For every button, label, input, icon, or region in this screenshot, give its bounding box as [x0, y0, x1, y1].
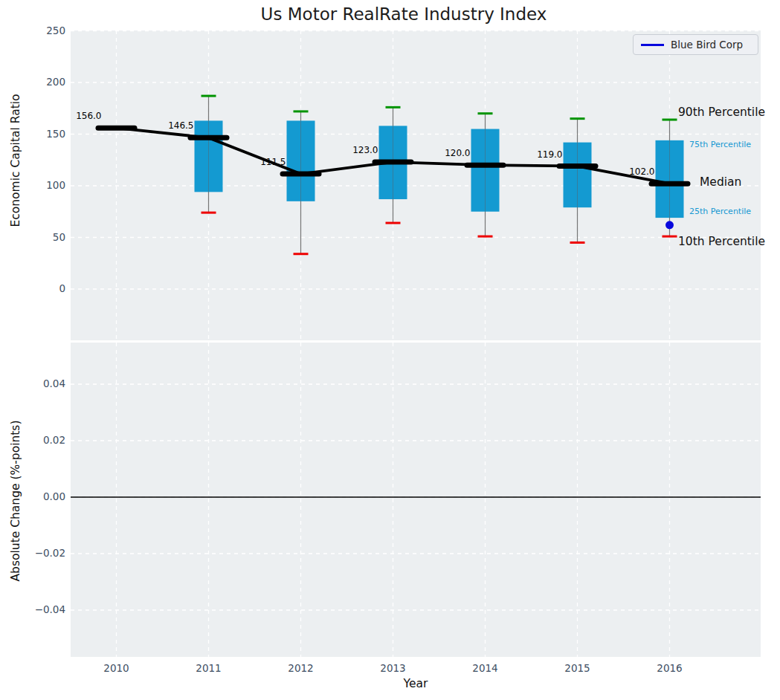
- y-tick-top-0: 0: [28, 282, 65, 294]
- median-value-label-2015: 119.0: [537, 149, 562, 160]
- median-marker-2015: [557, 163, 599, 169]
- x-tick-2010: 2010: [94, 662, 139, 674]
- legend: Blue Bird Corp: [633, 34, 758, 55]
- y-tick-top-50: 50: [28, 231, 65, 243]
- annotation-median: Median: [700, 175, 741, 189]
- x-tick-2013: 2013: [371, 662, 416, 674]
- x-tick-2016: 2016: [648, 662, 692, 674]
- annotation-25th-percentile: 25th Percentile: [689, 207, 751, 216]
- median-marker-2014: [465, 163, 506, 168]
- median-marker-2011: [188, 135, 230, 140]
- y-tick-top-200: 200: [28, 76, 65, 88]
- x-tick-2012: 2012: [279, 662, 323, 674]
- x-tick-2015: 2015: [555, 662, 600, 674]
- legend-label: Blue Bird Corp: [671, 39, 743, 51]
- x-tick-2014: 2014: [463, 662, 508, 674]
- top-y-axis-label: Economic Capital Ratio: [9, 94, 22, 227]
- median-marker-2012: [280, 172, 322, 177]
- median-marker-2013: [373, 160, 414, 165]
- legend-line-icon: [641, 44, 664, 46]
- median-value-label-2010: 156.0: [76, 111, 101, 121]
- median-marker-2016: [649, 181, 691, 187]
- y-tick-bottom-−0.02: −0.02: [21, 547, 65, 559]
- median-value-label-2011: 146.5: [168, 120, 193, 131]
- y-tick-bottom-0.02: 0.02: [21, 434, 65, 446]
- annotation-90th-percentile: 90th Percentile: [678, 106, 765, 119]
- y-tick-bottom-0.04: 0.04: [21, 377, 65, 389]
- x-tick-2011: 2011: [187, 662, 231, 674]
- median-value-label-2014: 120.0: [445, 148, 470, 158]
- chart-title: Us Motor RealRate Industry Index: [45, 4, 763, 24]
- company-point: [665, 221, 674, 229]
- y-tick-top-100: 100: [28, 179, 65, 191]
- median-value-label-2012: 111.5: [260, 157, 286, 167]
- annotation-10th-percentile: 10th Percentile: [678, 235, 765, 248]
- y-tick-top-150: 150: [28, 128, 65, 140]
- median-value-label-2016: 102.0: [629, 166, 654, 177]
- plot-canvas: [0, 0, 780, 700]
- y-tick-bottom-0.00: 0.00: [21, 490, 65, 502]
- median-value-label-2013: 123.0: [352, 145, 378, 155]
- x-axis-label: Year: [71, 677, 761, 690]
- y-tick-top-250: 250: [28, 25, 65, 36]
- y-tick-bottom-−0.04: −0.04: [21, 603, 65, 615]
- median-marker-2010: [96, 126, 138, 131]
- figure: Us Motor RealRate Industry Index Economi…: [0, 0, 780, 700]
- annotation-75th-percentile: 75th Percentile: [689, 140, 751, 149]
